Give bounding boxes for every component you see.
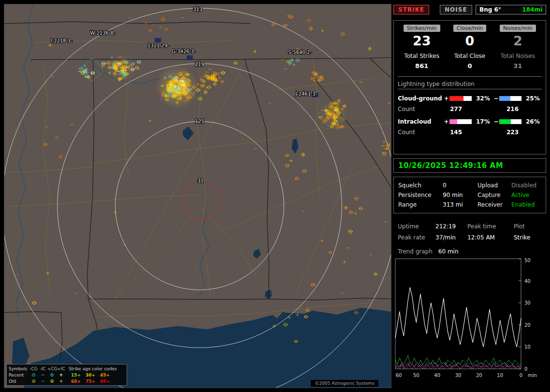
upload-status: Disabled bbox=[511, 181, 541, 190]
ic-minus-bar bbox=[499, 119, 521, 124]
settings-panel: Squelch 0 Upload Disabled Persistence 90… bbox=[393, 177, 546, 213]
intracloud-count-row: Count 145 223 bbox=[398, 126, 542, 138]
uptime-value: 212:19 bbox=[435, 221, 467, 232]
svg-text:50: 50 bbox=[524, 258, 531, 263]
map-canvas[interactable]: 31321912531I-2218 3-W-2136 8-1321 29-G-3… bbox=[4, 4, 391, 388]
legend-col-pos-ic: +IC bbox=[57, 366, 66, 371]
age-75: 75+ bbox=[83, 379, 98, 384]
legend-recent-label: Recent bbox=[9, 373, 29, 378]
minus-sign: − bbox=[493, 118, 499, 125]
distribution-title: Lightning type distribution bbox=[398, 81, 542, 89]
cloud-ground-row: Cloud-ground + 32% − 25% bbox=[398, 94, 542, 103]
mode-toolbar: STRIKE NOISE Bng 6° 184mi bbox=[393, 4, 546, 15]
svg-text:50: 50 bbox=[413, 373, 420, 378]
persistence-value: 90 min bbox=[443, 190, 478, 200]
datetime-display: 10/26/2025 12:49:16 AM bbox=[393, 158, 546, 173]
settings-row: Persistence 90 min Capture Active bbox=[398, 190, 541, 200]
svg-text:J-2461 3-: J-2461 3- bbox=[295, 91, 317, 97]
close-per-min-badge: Close/min bbox=[453, 25, 486, 32]
plus-sign: + bbox=[443, 95, 449, 102]
bearing-range-display[interactable]: Bng 6° 184mi bbox=[476, 5, 546, 14]
legend-old-row: Old ⊖ − ⊕ + 60+ 75+ 90+ bbox=[9, 378, 125, 384]
count-label: Count bbox=[398, 106, 443, 112]
intracloud-label: Intracloud bbox=[398, 118, 443, 125]
persistence-label: Persistence bbox=[398, 190, 443, 200]
intracloud-row: Intracloud + 17% − 26% bbox=[398, 117, 542, 126]
age-90: 90+ bbox=[98, 379, 112, 384]
svg-text:10: 10 bbox=[524, 344, 531, 350]
count-label: Count bbox=[398, 129, 443, 136]
total-values-row: 861 0 31 bbox=[398, 62, 542, 70]
legend-header-row: Symbols -CG -IC +CG +IC Strike age color… bbox=[9, 365, 125, 372]
svg-text:G-3426 3-: G-3426 3- bbox=[172, 49, 196, 54]
svg-text:313: 313 bbox=[193, 7, 202, 12]
age-60: 60+ bbox=[69, 379, 83, 384]
svg-text:30: 30 bbox=[524, 300, 531, 306]
svg-text:219: 219 bbox=[195, 62, 204, 67]
circle-minus-icon: ⊖ bbox=[29, 379, 38, 384]
trend-graph-panel: 504030201006050403020100min bbox=[393, 258, 546, 382]
trend-window-value: 60 min bbox=[438, 248, 459, 255]
cg-plus-pct: 32% bbox=[474, 95, 493, 102]
svg-text:0: 0 bbox=[520, 373, 522, 378]
cg-plus-bar bbox=[449, 96, 472, 101]
plus-sign: + bbox=[443, 118, 449, 125]
circle-minus-icon: ⊖ bbox=[29, 373, 38, 378]
legend-symbols-title: Symbols bbox=[9, 366, 29, 371]
minus-icon: − bbox=[38, 373, 47, 378]
svg-text:I-2218 3-: I-2218 3- bbox=[51, 38, 72, 43]
ic-plus-bar bbox=[449, 119, 472, 124]
svg-text:S-5640 2-: S-5640 2- bbox=[289, 50, 312, 55]
receiver-label: Receiver bbox=[478, 200, 511, 210]
peak-time-value: 12:05 AM bbox=[467, 232, 514, 243]
total-noises-label: Total Noises bbox=[494, 50, 542, 62]
legend-col-neg-ic: -IC bbox=[38, 366, 47, 371]
legend-col-pos-cg: +CG bbox=[47, 366, 57, 371]
nexstorm-window: 31321912531I-2218 3-W-2136 8-1321 29-G-3… bbox=[0, 0, 550, 392]
noises-per-min-value: 2 bbox=[494, 32, 542, 50]
copyright-notice: ©2005 Astrogenic Systems bbox=[311, 380, 378, 387]
legend-recent-row: Recent ⊖ − ⊕ + 15+ 30+ 45+ bbox=[9, 372, 125, 378]
range-value: 313 mi bbox=[443, 200, 478, 210]
uptime-label: Uptime bbox=[398, 221, 435, 232]
session-panel: Uptime 212:19 Peak time Plot Peak rate 3… bbox=[393, 221, 546, 243]
rate-badges-row: Strikes/min Close/min Noises/min bbox=[398, 25, 542, 32]
total-labels-row: Total Strikes Total Close Total Noises bbox=[398, 50, 542, 62]
cg-minus-bar bbox=[499, 96, 521, 101]
sidebar: STRIKE NOISE Bng 6° 184mi Strikes/min Cl… bbox=[393, 4, 546, 388]
svg-text:1321 29-: 1321 29- bbox=[147, 43, 169, 48]
svg-text:20: 20 bbox=[524, 322, 531, 328]
close-per-min-value: 0 bbox=[446, 32, 493, 50]
age-30: 30+ bbox=[83, 373, 98, 378]
stats-panel: Strikes/min Close/min Noises/min 23 0 2 … bbox=[393, 20, 546, 154]
peak-time-label: Peak time bbox=[467, 221, 514, 232]
session-row: Peak rate 37/min 12:05 AM Strike bbox=[398, 232, 542, 243]
circle-plus-icon: ⊕ bbox=[47, 373, 57, 378]
strikes-per-min-badge: Strikes/min bbox=[404, 25, 440, 32]
receiver-status: Enabled bbox=[511, 200, 541, 210]
circle-plus-icon: ⊕ bbox=[47, 379, 57, 384]
trend-graph-label: Trend graph bbox=[398, 248, 433, 255]
svg-text:60: 60 bbox=[396, 373, 402, 378]
legend-col-neg-cg: -CG bbox=[29, 366, 38, 371]
total-strikes-label: Total Strikes bbox=[398, 50, 446, 62]
squelch-label: Squelch bbox=[398, 181, 443, 190]
legend-age-title: Strike age color codes bbox=[66, 366, 125, 371]
noise-mode-button[interactable]: NOISE bbox=[440, 5, 472, 14]
cg-minus-pct: 25% bbox=[523, 95, 542, 102]
total-strikes-value: 861 bbox=[398, 62, 446, 70]
ic-minus-count: 223 bbox=[500, 129, 542, 136]
svg-text:20: 20 bbox=[476, 373, 482, 378]
strike-mode-button[interactable]: STRIKE bbox=[393, 5, 429, 14]
strikes-per-min-value: 23 bbox=[398, 32, 446, 50]
trend-graph-header: Trend graph 60 min bbox=[393, 248, 546, 255]
trend-graph-canvas: 504030201006050403020100min bbox=[394, 258, 542, 380]
cg-minus-count: 216 bbox=[500, 106, 542, 112]
svg-text:30: 30 bbox=[455, 373, 462, 378]
svg-text:10: 10 bbox=[497, 373, 503, 378]
peak-rate-value: 37/min bbox=[435, 232, 467, 243]
squelch-value: 0 bbox=[443, 181, 478, 190]
range-label: Range bbox=[398, 200, 443, 210]
map-panel: 31321912531I-2218 3-W-2136 8-1321 29-G-3… bbox=[4, 4, 391, 388]
settings-row: Range 313 mi Receiver Enabled bbox=[398, 200, 541, 210]
